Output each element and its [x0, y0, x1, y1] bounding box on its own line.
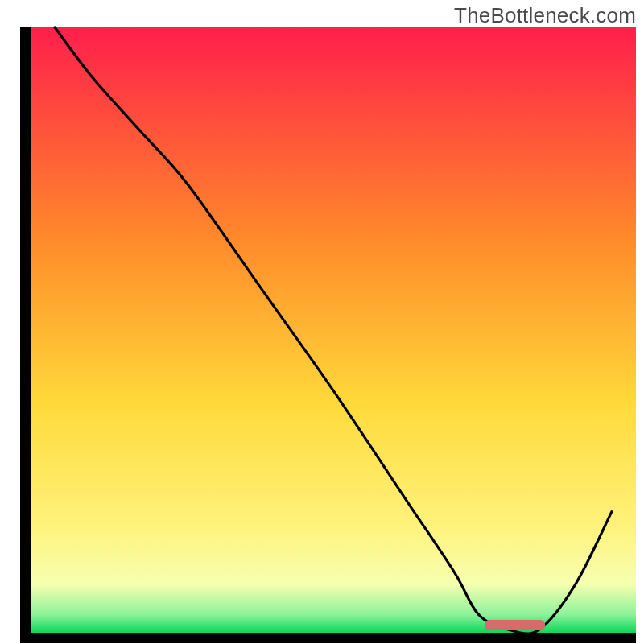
- axis-left: [20, 27, 31, 643]
- optimal-marker: [485, 620, 545, 630]
- chart-frame: TheBottleneck.com: [0, 0, 644, 644]
- chart-svg: [0, 0, 644, 644]
- axis-bottom: [20, 633, 636, 643]
- watermark-text: TheBottleneck.com: [454, 3, 636, 28]
- gradient-bg: [31, 27, 636, 633]
- plot-area: [20, 27, 636, 643]
